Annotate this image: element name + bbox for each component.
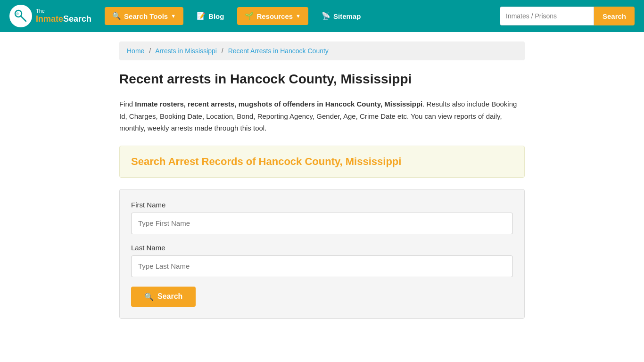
description-prefix: Find xyxy=(119,100,135,108)
search-section-title: Search Arrest Records of Hancock County,… xyxy=(131,156,513,168)
last-name-input[interactable] xyxy=(131,255,513,277)
logo-icon xyxy=(9,5,32,27)
breadcrumb-current[interactable]: Recent Arrests in Hancock County xyxy=(228,47,329,55)
description: Find Inmate rosters, recent arrests, mug… xyxy=(119,98,525,134)
blog-button[interactable]: 📝 Blog xyxy=(189,7,231,25)
blog-icon: 📝 xyxy=(197,12,206,20)
logo-text: The InmateSearch xyxy=(36,8,91,25)
page-title: Recent arrests in Hancock County, Missis… xyxy=(119,72,525,87)
main-content: Home / Arrests in Mississippi / Recent A… xyxy=(110,32,534,337)
first-name-label: First Name xyxy=(131,201,513,209)
resources-icon: 🌱 xyxy=(245,12,254,20)
resources-button[interactable]: 🌱 Resources ▼ xyxy=(237,7,308,25)
search-tools-button[interactable]: 🔍 Search Tools ▼ xyxy=(105,7,183,25)
first-name-input[interactable] xyxy=(131,213,513,234)
svg-line-1 xyxy=(21,16,26,21)
breadcrumb-arrests-ms[interactable]: Arrests in Mississippi xyxy=(155,47,217,55)
global-search-input[interactable] xyxy=(500,7,594,25)
chevron-down-icon-resources: ▼ xyxy=(296,13,301,19)
svg-point-2 xyxy=(16,12,19,15)
search-submit-button[interactable]: 🔍 Search xyxy=(131,287,196,307)
breadcrumb-separator-2: / xyxy=(222,47,223,55)
logo: The InmateSearch xyxy=(9,5,91,27)
last-name-label: Last Name xyxy=(131,244,513,252)
first-name-group: First Name xyxy=(131,201,513,234)
search-tools-icon: 🔍 xyxy=(112,12,121,20)
sitemap-button[interactable]: 📡 Sitemap xyxy=(314,7,368,25)
search-form: First Name Last Name 🔍 Search xyxy=(119,189,525,319)
global-search: Search xyxy=(500,7,635,25)
description-bold: Inmate rosters, recent arrests, mugshots… xyxy=(135,100,422,108)
global-search-button[interactable]: Search xyxy=(594,7,635,25)
search-submit-icon: 🔍 xyxy=(144,292,154,301)
chevron-down-icon: ▼ xyxy=(171,13,176,19)
breadcrumb-separator-1: / xyxy=(149,47,151,55)
last-name-group: Last Name xyxy=(131,244,513,277)
sitemap-icon: 📡 xyxy=(322,12,330,20)
breadcrumb: Home / Arrests in Mississippi / Recent A… xyxy=(119,41,525,60)
breadcrumb-home[interactable]: Home xyxy=(127,47,144,55)
navbar: The InmateSearch 🔍 Search Tools ▼ 📝 Blog… xyxy=(0,0,644,32)
search-section-header: Search Arrest Records of Hancock County,… xyxy=(119,146,525,178)
